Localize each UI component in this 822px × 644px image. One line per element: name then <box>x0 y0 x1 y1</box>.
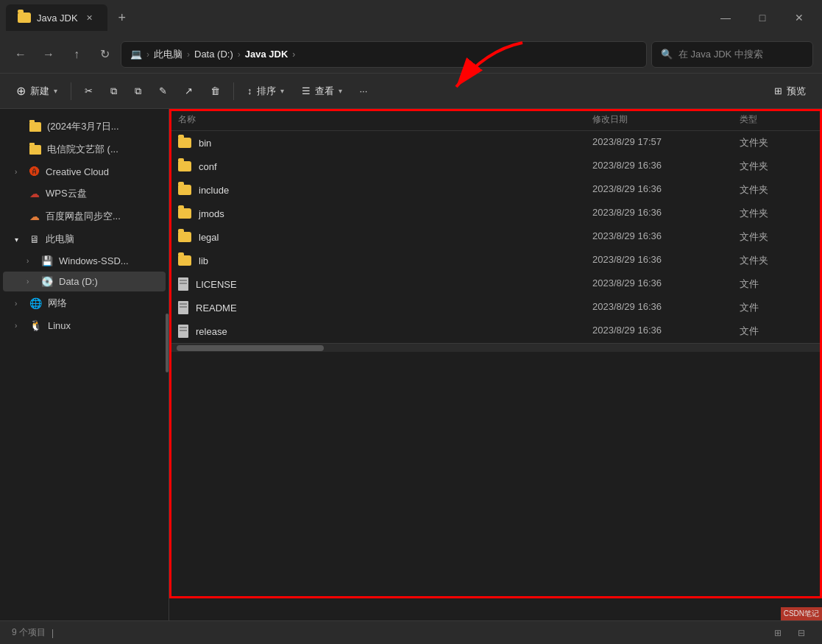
sidebar-item-network[interactable]: › 🌐 网络 <box>3 292 166 314</box>
file-name-cell: include <box>178 183 592 197</box>
folder-icon <box>178 255 191 266</box>
tab-area: Java JDK ✕ + <box>6 0 703 35</box>
new-label: 新建 <box>30 85 49 98</box>
title-bar: Java JDK ✕ + — □ ✕ <box>0 0 822 35</box>
file-type: 文件夹 <box>740 254 813 267</box>
file-name: lib <box>199 255 208 266</box>
file-name-cell: README <box>178 301 592 314</box>
share-button[interactable]: ↗ <box>177 81 200 101</box>
addr-chevron[interactable]: › <box>292 49 295 60</box>
tab-close-button[interactable]: ✕ <box>84 12 96 24</box>
table-row[interactable]: include 2023/8/29 16:36 文件夹 <box>169 178 822 202</box>
file-name: jmods <box>199 208 224 219</box>
maximize-button[interactable]: □ <box>745 6 779 29</box>
view-icon: ☰ <box>302 85 311 96</box>
main-area: (2024年3月7日... 电信院文艺部 (... › 🅐 Creative C… <box>0 109 822 620</box>
minimize-button[interactable]: — <box>709 6 743 29</box>
addr-java-jdk[interactable]: Java JDK <box>245 49 288 60</box>
horizontal-scrollbar[interactable] <box>169 343 822 352</box>
header-date: 修改日期 <box>592 113 740 126</box>
creative-cloud-icon: 🅐 <box>29 166 40 177</box>
search-icon: 🔍 <box>661 49 673 60</box>
new-icon: ⊕ <box>16 84 26 98</box>
sidebar-item-recent1[interactable]: (2024年3月7日... <box>3 116 166 138</box>
search-box[interactable]: 🔍 在 Java JDK 中搜索 <box>651 41 813 68</box>
sidebar-item-label: Creative Cloud <box>46 166 109 177</box>
table-row[interactable]: bin 2023/8/29 17:57 文件夹 <box>169 131 822 155</box>
sidebar-item-this-pc[interactable]: ▾ 🖥 此电脑 <box>3 228 166 250</box>
cut-icon: ✂ <box>85 85 93 96</box>
file-name: conf <box>199 161 217 172</box>
file-date: 2023/8/29 16:36 <box>592 301 740 314</box>
expand-arrow: › <box>15 322 24 330</box>
table-row[interactable]: lib 2023/8/29 16:36 文件夹 <box>169 249 822 272</box>
back-button[interactable]: ← <box>9 43 32 66</box>
sidebar-item-label: 百度网盘同步空... <box>46 210 121 223</box>
status-bar: 9 个项目 | ⊞ ⊟ <box>0 620 822 644</box>
sidebar-item-wps-cloud[interactable]: ☁ WPS云盘 <box>3 183 166 205</box>
file-name-cell: bin <box>178 136 592 149</box>
sidebar-item-windows-ssd[interactable]: › 💾 Windows-SSD... <box>3 251 166 271</box>
more-button[interactable]: ··· <box>352 81 375 101</box>
navigation-bar: ← → ↑ ↻ 💻 › 此电脑 › Data (D:) › Java JDK ›… <box>0 35 822 74</box>
sort-button[interactable]: ↕ 排序 ▾ <box>240 80 291 102</box>
table-row[interactable]: jmods 2023/8/29 16:36 文件夹 <box>169 202 822 225</box>
file-date: 2023/8/29 16:36 <box>592 160 740 173</box>
address-bar[interactable]: 💻 › 此电脑 › Data (D:) › Java JDK › <box>121 41 647 68</box>
sidebar-item-art-dept[interactable]: 电信院文艺部 (... <box>3 138 166 160</box>
table-row[interactable]: LICENSE 2023/8/29 16:36 文件 <box>169 272 822 296</box>
table-row[interactable]: README 2023/8/29 16:36 文件 <box>169 296 822 319</box>
view-button[interactable]: ☰ 查看 ▾ <box>294 80 350 102</box>
sidebar-item-label: Linux <box>48 320 71 331</box>
active-tab[interactable]: Java JDK ✕ <box>6 4 107 31</box>
tab-folder-icon <box>18 13 31 23</box>
file-type: 文件夹 <box>740 207 813 220</box>
sidebar: (2024年3月7日... 电信院文艺部 (... › 🅐 Creative C… <box>0 109 169 620</box>
network-icon: 🌐 <box>29 297 42 309</box>
new-chevron: ▾ <box>54 87 57 95</box>
table-row[interactable]: legal 2023/8/29 16:36 文件夹 <box>169 225 822 249</box>
sidebar-item-label: 网络 <box>48 297 67 310</box>
grid-view-button[interactable]: ⊟ <box>793 624 810 642</box>
folder-icon <box>178 161 191 171</box>
expand-arrow: ▾ <box>15 236 24 244</box>
view-controls: ⊞ ⊟ <box>769 624 810 642</box>
file-type: 文件夹 <box>740 136 813 149</box>
delete-button[interactable]: 🗑 <box>203 81 227 101</box>
scrollbar-thumb[interactable] <box>177 345 324 351</box>
addr-this-pc[interactable]: 此电脑 <box>154 48 183 61</box>
new-button[interactable]: ⊕ 新建 ▾ <box>9 79 65 102</box>
baidu-icon: ☁ <box>29 210 40 222</box>
csdn-watermark: CSDN笔记 <box>781 607 822 620</box>
list-view-button[interactable]: ⊞ <box>769 624 787 642</box>
file-name-cell: LICENSE <box>178 277 592 291</box>
sort-label: 排序 <box>257 85 276 98</box>
addr-data-d[interactable]: Data (D:) <box>194 49 233 60</box>
paste-button[interactable]: ⧉ <box>127 81 149 102</box>
rename-button[interactable]: ✎ <box>152 81 174 101</box>
sidebar-item-creative-cloud[interactable]: › 🅐 Creative Cloud <box>3 161 166 182</box>
new-tab-button[interactable]: + <box>110 6 134 29</box>
table-row[interactable]: conf 2023/8/29 16:36 文件夹 <box>169 155 822 178</box>
sidebar-item-data-d[interactable]: › 💽 Data (D:) <box>3 272 166 291</box>
file-name-cell: jmods <box>178 207 592 220</box>
file-date: 2023/8/29 16:36 <box>592 277 740 291</box>
up-button[interactable]: ↑ <box>65 43 88 66</box>
table-row[interactable]: release 2023/8/29 16:36 文件 <box>169 319 822 343</box>
cut-button[interactable]: ✂ <box>77 81 100 101</box>
forward-button[interactable]: → <box>37 43 60 66</box>
close-button[interactable]: ✕ <box>782 6 816 29</box>
sidebar-scrollbar[interactable] <box>166 314 169 372</box>
refresh-button[interactable]: ↻ <box>93 43 116 66</box>
folder-icon <box>178 232 191 242</box>
expand-arrow: › <box>15 300 24 308</box>
expand-arrow: › <box>26 277 35 286</box>
sidebar-item-baidu-cloud[interactable]: ☁ 百度网盘同步空... <box>3 205 166 227</box>
preview-button[interactable]: ⊞ 预览 <box>767 80 813 102</box>
copy-button[interactable]: ⧉ <box>103 81 124 102</box>
file-name-cell: lib <box>178 254 592 267</box>
file-list: 名称 修改日期 类型 bin 2023/8/29 17:57 文件夹 conf … <box>169 109 822 343</box>
sidebar-item-linux[interactable]: › 🐧 Linux <box>3 315 166 336</box>
linux-icon: 🐧 <box>29 319 42 331</box>
folder-icon <box>178 185 191 195</box>
